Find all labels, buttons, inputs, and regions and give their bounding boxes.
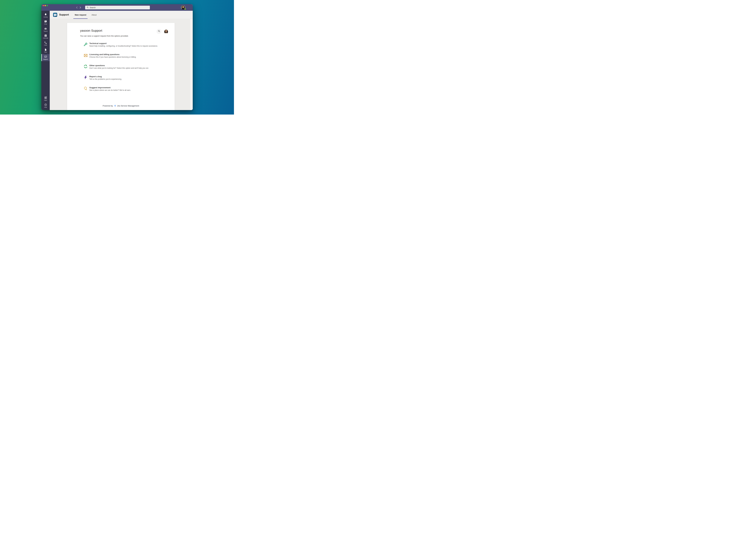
option-licensing-billing[interactable]: Licensing and billing questions Choose t… (83, 53, 175, 58)
powered-by-jira-link[interactable]: Powered by Jira Service Management (67, 105, 175, 107)
option-report-bug[interactable]: Report a bug Tell us the problems you’re… (83, 75, 175, 80)
option-description: Don’t see what you’re looking for? Selec… (89, 67, 149, 69)
page-title: Support (59, 13, 69, 16)
svg-text:<?>: <?> (45, 56, 46, 57)
app-header: (?) Support New request About (50, 11, 193, 19)
sidebar-item-help[interactable]: ? Help (42, 102, 50, 109)
lightbulb-icon (83, 86, 88, 91)
minimize-button[interactable] (45, 5, 46, 6)
sidebar-item-teams[interactable]: Teams (42, 26, 50, 33)
portal-subtitle: You can raise a support request from the… (80, 35, 168, 37)
option-suggest-improvement[interactable]: Suggest improvement See a place where we… (83, 86, 175, 91)
sidebar-label: Help (44, 106, 47, 108)
sidebar-item-calls[interactable]: Calls (42, 40, 50, 47)
request-options-list: Technical support Need help installing, … (83, 42, 175, 91)
tab-about[interactable]: About (91, 11, 97, 19)
sidebar-label: Files (44, 51, 47, 53)
apps-grid-icon (44, 96, 47, 99)
lightning-bolt-icon (83, 75, 88, 80)
scrollbar-track[interactable] (190, 19, 193, 110)
sidebar-item-calendar[interactable]: Calendar (42, 33, 50, 40)
status-available-badge: ✓ (184, 8, 186, 10)
portal-card: yasoon Support You can raise a support r… (67, 23, 175, 110)
window-controls (43, 5, 48, 6)
back-button[interactable] (76, 6, 78, 9)
option-description: See a place where we can do better? We’r… (89, 89, 131, 91)
sidebar-label: Apps (44, 100, 47, 101)
option-title: Technical support (89, 42, 158, 45)
title-bar: ✓ (42, 4, 193, 11)
support-app-glyph: (?) (54, 14, 56, 16)
sidebar-label: Calendar (43, 37, 48, 39)
jira-logo-icon (114, 105, 116, 107)
wrench-icon (83, 42, 88, 47)
portal-title: yasoon Support (80, 29, 168, 32)
sidebar-label: Activity (44, 16, 48, 18)
file-icon (44, 48, 47, 51)
people-icon (44, 27, 47, 30)
svg-text:?: ? (45, 104, 46, 105)
option-description: Choose this if you have questions about … (89, 56, 136, 58)
phone-icon (44, 42, 47, 44)
jira-brand-text: Jira Service Management (117, 105, 139, 107)
search-icon (158, 30, 160, 33)
calendar-icon (44, 34, 47, 37)
chat-icon (44, 20, 47, 23)
content-area: yasoon Support You can raise a support r… (50, 19, 193, 110)
tab-new-request[interactable]: New request (74, 11, 87, 19)
sidebar-label: Support (43, 58, 48, 60)
bell-icon (44, 13, 47, 16)
zoom-button[interactable] (47, 5, 48, 6)
option-title: Other questions (89, 64, 149, 67)
option-other-questions[interactable]: Other questions Don’t see what you’re lo… (83, 64, 175, 69)
tab-bar: New request About (74, 11, 101, 19)
search-input[interactable] (85, 6, 150, 9)
portal-search-button[interactable] (156, 29, 161, 34)
forward-button[interactable] (80, 6, 81, 9)
sidebar-label: Calls (44, 44, 47, 46)
envelope-icon (83, 53, 88, 58)
sync-arrows-icon (83, 64, 88, 69)
close-button[interactable] (43, 5, 44, 6)
sidebar-item-files[interactable]: Files (42, 47, 50, 54)
app-rail: Activity Chat Teams (42, 11, 50, 110)
option-description: Tell us the problems you’re experiencing… (89, 78, 122, 80)
portal-user-avatar[interactable] (164, 29, 168, 34)
option-technical-support[interactable]: Technical support Need help installing, … (83, 42, 175, 47)
sidebar-label: Chat (44, 23, 47, 25)
option-title: Licensing and billing questions (89, 53, 136, 56)
option-title: Suggest improvement (89, 86, 131, 89)
powered-by-text: Powered by (103, 105, 113, 107)
option-title: Report a bug (89, 75, 122, 78)
desktop-background: ✓ Activity Chat (0, 0, 234, 114)
support-app-icon: (?) (53, 13, 57, 17)
teams-window: ✓ Activity Chat (42, 4, 193, 110)
sidebar-label: Teams (44, 30, 48, 32)
sidebar-item-apps[interactable]: Apps (42, 95, 50, 102)
option-description: Need help installing, configuring, or tr… (89, 45, 158, 47)
support-bubble-icon: <?> (44, 55, 47, 58)
help-circle-icon: ? (44, 103, 47, 106)
sidebar-item-support[interactable]: <?> Support (42, 54, 50, 61)
sidebar-item-chat[interactable]: Chat (42, 19, 50, 26)
sidebar-item-activity[interactable]: Activity (42, 12, 50, 19)
